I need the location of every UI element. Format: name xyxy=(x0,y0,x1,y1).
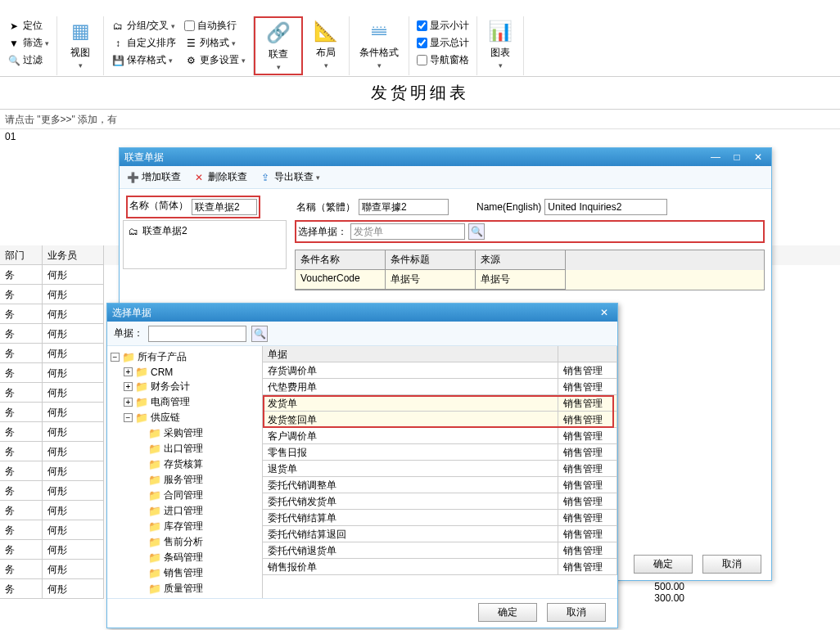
tree-node[interactable]: +📁电商管理 xyxy=(111,394,259,410)
link-tree[interactable]: 🗂联查单据2 xyxy=(123,220,287,269)
dialog-title-bar[interactable]: 联查单据 — □ ✕ xyxy=(120,148,771,166)
tree-node[interactable]: 📁存货核算 xyxy=(111,457,259,472)
tree-node[interactable]: 📁合同管理 xyxy=(111,488,259,503)
list-item[interactable]: 委托代销调整单销售管理 xyxy=(263,477,617,493)
view-btn[interactable]: ▦视图▾ xyxy=(62,16,98,71)
close-icon[interactable]: ✕ xyxy=(596,307,612,318)
name-s-input[interactable] xyxy=(192,199,257,215)
cond-col: 条件名称 xyxy=(296,250,386,270)
cancel-button[interactable]: 取消 xyxy=(702,555,761,574)
tree-node[interactable]: +📁管理会计 xyxy=(111,596,259,598)
name-t-label: 名稱（繁體） xyxy=(296,200,355,214)
advfilter-btn[interactable]: 🔍过滤 xyxy=(5,52,52,68)
list-item[interactable]: 委托代销结算退回销售管理 xyxy=(263,526,617,542)
show-subtotal-chk[interactable]: 显示小计 xyxy=(414,18,472,34)
code-text: 01 xyxy=(0,129,840,147)
dialog-title-bar[interactable]: 选择单据 ✕ xyxy=(107,304,617,322)
list-item[interactable]: 销售报价单销售管理 xyxy=(263,559,617,575)
cond-col: 来源 xyxy=(476,250,566,270)
cancel-button[interactable]: 取消 xyxy=(547,603,606,622)
tree-node[interactable]: +📁财务会计 xyxy=(111,379,259,394)
col-format-btn[interactable]: ☰列格式▾ xyxy=(182,35,248,51)
amount-values: 500.00 300.00 xyxy=(654,581,684,604)
name-s-label: 名称（简体） xyxy=(129,199,188,215)
tree-node[interactable]: 📁出口管理 xyxy=(111,441,259,457)
tree-node[interactable]: +📁CRM xyxy=(111,365,259,379)
search-input[interactable] xyxy=(148,326,246,342)
col-header: 部门 xyxy=(0,245,43,265)
tree-node[interactable]: 📁采购管理 xyxy=(111,425,259,441)
locate-btn[interactable]: ➤定位 xyxy=(5,18,52,34)
dialog-title: 选择单据 xyxy=(112,306,151,320)
chart-btn[interactable]: 📊图表▾ xyxy=(482,16,518,71)
auto-wrap-chk[interactable]: 自动换行 xyxy=(182,18,248,34)
dialog-title: 联查单据 xyxy=(124,151,164,164)
cond-format-btn[interactable]: ⩸条件格式▾ xyxy=(355,16,404,71)
minimize-icon[interactable]: — xyxy=(707,151,724,163)
lianc-btn[interactable]: 🔗联查▾ xyxy=(260,18,296,73)
list-item[interactable]: 委托代销退货单销售管理 xyxy=(263,542,617,559)
product-tree[interactable]: −📁所有子产品+📁CRM+📁财务会计+📁电商管理−📁供应链📁采购管理📁出口管理📁… xyxy=(107,346,263,598)
list-item[interactable]: 客户调价单销售管理 xyxy=(263,428,617,444)
name-e-label: Name(English) xyxy=(476,201,541,213)
cond-cell[interactable]: 单据号 xyxy=(386,270,476,290)
close-icon[interactable]: ✕ xyxy=(750,151,766,163)
search-label: 单据： xyxy=(114,326,143,340)
cond-col: 条件标题 xyxy=(386,250,476,270)
export-link-btn[interactable]: ⇪导出联查▾ xyxy=(259,170,320,184)
group-cross-btn[interactable]: 🗂分组/交叉▾ xyxy=(109,18,178,34)
list-item[interactable]: 委托代销发货单销售管理 xyxy=(263,493,617,510)
layout-btn[interactable]: 📐布局▾ xyxy=(308,16,344,71)
cond-cell[interactable]: 单据号 xyxy=(476,270,566,290)
add-link-btn[interactable]: ➕增加联查 xyxy=(126,170,181,184)
more-set-btn[interactable]: ⚙更多设置▾ xyxy=(182,52,248,68)
cond-cell[interactable]: VoucherCode xyxy=(296,270,386,290)
prompt-text: 请点击 "更多>>" 添加，有 xyxy=(0,110,840,129)
list-col: 单据 xyxy=(263,346,558,362)
nav-pane-chk[interactable]: 导航窗格 xyxy=(414,52,472,68)
tree-node[interactable]: 📁质量管理 xyxy=(111,581,259,596)
tree-node[interactable]: 📁进口管理 xyxy=(111,503,259,519)
tree-node[interactable]: 📁服务管理 xyxy=(111,472,259,488)
list-item[interactable]: 发货单销售管理 xyxy=(263,395,617,412)
ribbon: ➤定位 ▼筛选▾ 🔍过滤 ▦视图▾ 🗂分组/交叉▾ ↕自定义排序 💾保存格式▾ … xyxy=(0,0,840,77)
tree-node[interactable]: −📁所有子产品 xyxy=(111,349,259,365)
tree-node[interactable]: 📁库存管理 xyxy=(111,519,259,534)
doc-list[interactable]: 单据 存货调价单销售管理代垫费用单销售管理发货单销售管理发货签回单销售管理客户调… xyxy=(263,346,617,598)
name-t-input[interactable] xyxy=(359,199,449,215)
custom-sort-btn[interactable]: ↕自定义排序 xyxy=(109,35,178,51)
ok-button[interactable]: 确定 xyxy=(478,603,537,622)
filter-btn[interactable]: ▼筛选▾ xyxy=(5,35,52,51)
maximize-icon[interactable]: □ xyxy=(729,151,745,163)
list-item[interactable]: 代垫费用单销售管理 xyxy=(263,379,617,395)
list-item[interactable]: 委托代销结算单销售管理 xyxy=(263,510,617,526)
list-col xyxy=(558,346,617,362)
show-total-chk[interactable]: 显示总计 xyxy=(414,35,472,51)
tree-node[interactable]: 📁售前分析 xyxy=(111,534,259,550)
list-item[interactable]: 零售日报销售管理 xyxy=(263,444,617,461)
col-header: 业务员 xyxy=(43,245,104,265)
page-title: 发货明细表 xyxy=(0,77,840,110)
del-link-btn[interactable]: ✕删除联查 xyxy=(192,170,247,184)
list-item[interactable]: 存货调价单销售管理 xyxy=(263,362,617,379)
select-doc-label: 选择单据： xyxy=(298,225,347,239)
tree-node[interactable]: −📁供应链 xyxy=(111,410,259,425)
select-doc-input[interactable] xyxy=(350,223,465,240)
list-item[interactable]: 发货签回单销售管理 xyxy=(263,412,617,428)
ok-button[interactable]: 确定 xyxy=(634,555,693,574)
lookup-icon[interactable]: 🔍 xyxy=(468,223,485,240)
name-e-input[interactable] xyxy=(544,199,667,215)
save-style-btn[interactable]: 💾保存格式▾ xyxy=(109,52,178,68)
list-item[interactable]: 退货单销售管理 xyxy=(263,461,617,477)
tree-node[interactable]: 📁条码管理 xyxy=(111,550,259,565)
select-doc-dialog: 选择单据 ✕ 单据： 🔍 −📁所有子产品+📁CRM+📁财务会计+📁电商管理−📁供… xyxy=(106,303,618,628)
tree-node[interactable]: 📁销售管理 xyxy=(111,565,259,581)
search-icon[interactable]: 🔍 xyxy=(251,326,268,342)
